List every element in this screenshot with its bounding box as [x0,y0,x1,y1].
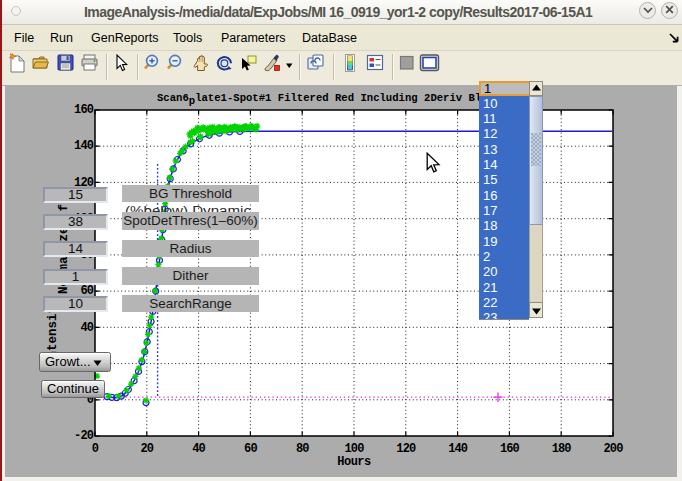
svg-text:Scan6plate1-Spot#1 Filtered Re: Scan6plate1-Spot#1 Filtered Red Includin… [157,92,514,107]
svg-text:80: 80 [296,442,309,456]
svg-text:0: 0 [92,442,99,456]
svg-text:40: 40 [192,442,205,456]
svg-text:180: 180 [552,442,572,456]
svg-text:20: 20 [140,442,153,456]
svg-text:-20: -20 [74,429,94,443]
svg-text:160: 160 [74,103,94,117]
svg-text:40: 40 [80,321,93,335]
svg-text:120: 120 [396,442,416,456]
svg-text:160: 160 [500,442,520,456]
svg-text:140: 140 [74,139,94,153]
svg-text:Hours: Hours [337,455,371,469]
svg-text:60: 60 [244,442,257,456]
svg-text:200: 200 [604,442,624,456]
svg-text:140: 140 [448,442,468,456]
